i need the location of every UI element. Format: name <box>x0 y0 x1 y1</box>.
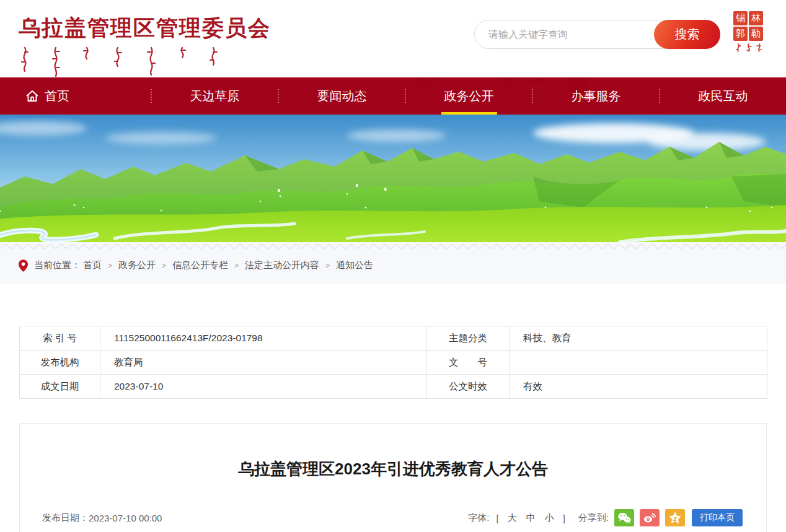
grassland-banner-image <box>0 115 786 242</box>
active-tab-underline <box>441 112 497 115</box>
breadcrumb-separator: > <box>162 261 166 270</box>
main-content: 索 引 号 11152500011662413F/2023-01798 主题分类… <box>19 326 767 532</box>
publish-date-label: 发布日期： <box>42 512 89 524</box>
share-label: 分享到: <box>578 512 609 524</box>
share-favorite-button[interactable] <box>665 509 685 526</box>
meta-label-date: 成文日期 <box>20 375 100 399</box>
nav-item-home[interactable]: 首页 <box>0 77 151 115</box>
nav-item-grassland[interactable]: 天边草原 <box>152 77 278 115</box>
wechat-icon <box>617 512 632 524</box>
font-size-large-button[interactable]: 大 <box>508 512 517 524</box>
share-weibo-button[interactable] <box>640 509 660 526</box>
table-row: 发布机构 教育局 文 号 <box>20 351 767 375</box>
publish-date-block: 发布日期： 2023-07-10 00:00 <box>42 512 162 524</box>
site-seal: 锡 林 郭 勒 <box>733 11 764 56</box>
location-pin-icon <box>19 259 28 272</box>
nav-item-news[interactable]: 要闻动态 <box>279 77 405 115</box>
font-size-small-button[interactable]: 小 <box>545 512 554 524</box>
breadcrumb-item-gov-affairs[interactable]: 政务公开 <box>118 259 156 271</box>
site-search: 搜索 <box>474 20 720 49</box>
breadcrumb-item-notices[interactable]: 通知公告 <box>336 259 373 271</box>
meta-value-agency: 教育局 <box>100 351 427 375</box>
seal-char: 郭 <box>733 27 748 41</box>
table-row: 成文日期 2023-07-10 公文时效 有效 <box>20 375 767 399</box>
meta-value-topic: 科技、教育 <box>510 326 767 351</box>
document-meta-table: 索 引 号 11152500011662413F/2023-01798 主题分类… <box>19 326 767 399</box>
seal-char: 勒 <box>749 27 763 41</box>
nav-item-interaction[interactable]: 政民互动 <box>660 77 786 115</box>
breadcrumb-item-info-disclosure[interactable]: 信息公开专栏 <box>172 259 228 271</box>
main-nav: 首页 天边草原 要闻动态 政务公开 办事服务 政民互动 <box>0 77 786 115</box>
nav-item-label: 政民互动 <box>699 88 748 105</box>
table-row: 索 引 号 11152500011662413F/2023-01798 主题分类… <box>20 326 767 351</box>
nav-item-label: 天边草原 <box>190 88 240 105</box>
seal-char: 锡 <box>733 11 748 25</box>
meta-label-agency: 发布机构 <box>20 351 100 375</box>
meta-label-index-no: 索 引 号 <box>20 326 100 351</box>
nav-item-services[interactable]: 办事服务 <box>533 77 659 115</box>
bracket-open: [ <box>496 513 498 523</box>
meta-label-doc-no: 文 号 <box>427 351 510 375</box>
search-button[interactable]: 搜索 <box>654 20 720 49</box>
breadcrumb-item-home[interactable]: 首页 <box>83 259 102 271</box>
weibo-icon <box>642 512 657 524</box>
site-logo[interactable]: 乌拉盖管理区管理委员会 <box>19 14 271 79</box>
breadcrumb-separator: > <box>234 261 239 270</box>
meta-value-date: 2023-07-10 <box>100 375 427 399</box>
meta-value-doc-no <box>510 351 767 375</box>
home-icon <box>25 89 40 103</box>
font-size-label: 字体: <box>468 512 489 524</box>
breadcrumb-label: 当前位置： <box>34 259 81 271</box>
article-panel: 乌拉盖管理区2023年引进优秀教育人才公告 发布日期： 2023-07-10 0… <box>19 423 767 532</box>
nav-item-label: 首页 <box>45 88 69 105</box>
print-page-button[interactable]: 打印本页 <box>692 509 743 526</box>
share-wechat-button[interactable] <box>614 509 634 526</box>
breadcrumb-item-statutory-content[interactable]: 法定主动公开内容 <box>245 259 319 271</box>
site-title: 乌拉盖管理区管理委员会 <box>19 14 271 43</box>
seal-grid-icon: 锡 林 郭 勒 <box>733 11 763 41</box>
article-tools: 字体: [ 大 中 小 ] 分享到: <box>468 509 743 526</box>
page-title: 乌拉盖管理区2023年引进优秀教育人才公告 <box>20 458 766 480</box>
article-meta-bar: 发布日期： 2023-07-10 00:00 字体: [ 大 中 小 ] 分享到… <box>20 509 766 526</box>
star-icon <box>668 512 682 524</box>
meta-value-index-no: 11152500011662413F/2023-01798 <box>100 326 427 351</box>
font-size-medium-button[interactable]: 中 <box>526 512 536 524</box>
nav-item-label: 办事服务 <box>572 88 621 105</box>
meta-label-topic: 主题分类 <box>427 326 510 351</box>
breadcrumb-strip: 当前位置： 首页 > 政务公开 > 信息公开专栏 > 法定主动公开内容 > 通知… <box>0 242 786 284</box>
breadcrumb-separator: > <box>325 261 330 270</box>
mongolian-script-icon <box>20 46 224 79</box>
seal-char: 林 <box>749 11 763 25</box>
meta-value-validity: 有效 <box>510 375 767 399</box>
breadcrumb-separator: > <box>108 261 112 270</box>
bracket-close: ] <box>563 513 565 523</box>
nav-item-label: 要闻动态 <box>317 88 367 105</box>
meta-label-validity: 公文时效 <box>427 375 510 399</box>
breadcrumb: 当前位置： 首页 > 政务公开 > 信息公开专栏 > 法定主动公开内容 > 通知… <box>19 242 373 284</box>
site-header: 乌拉盖管理区管理委员会 搜索 锡 林 郭 勒 <box>0 0 786 77</box>
nav-item-label: 政务公开 <box>444 88 494 105</box>
nav-item-gov-affairs[interactable]: 政务公开 <box>406 77 532 115</box>
publish-date-value: 2023-07-10 00:00 <box>89 513 162 523</box>
seal-caption-icon <box>734 43 764 53</box>
